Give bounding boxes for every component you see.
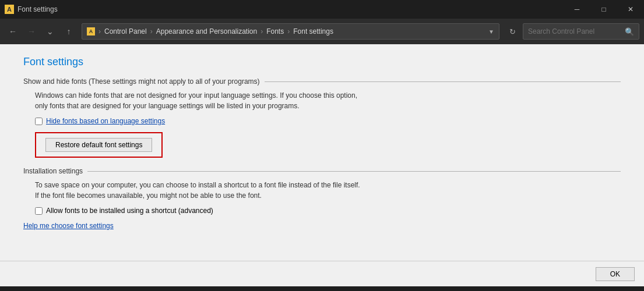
hide-fonts-row: Hide fonts based on language settings xyxy=(35,117,621,125)
back-button[interactable]: ← xyxy=(5,23,21,40)
minimize-button[interactable]: ─ xyxy=(564,0,590,19)
restore-default-button[interactable]: Restore default font settings xyxy=(45,138,152,152)
section2-line xyxy=(87,171,621,172)
recent-button[interactable]: ⌄ xyxy=(42,23,58,40)
bottom-bar: OK xyxy=(0,261,644,286)
shortcut-install-label[interactable]: Allow fonts to be installed using a shor… xyxy=(46,207,213,215)
refresh-button[interactable]: ↻ xyxy=(504,23,520,40)
breadcrumb-control-panel: Control Panel xyxy=(104,27,147,36)
window-title: Font settings xyxy=(17,5,58,13)
section2-description: To save space on your computer, you can … xyxy=(35,180,361,201)
up-button[interactable]: ↑ xyxy=(61,23,77,40)
hide-fonts-checkbox[interactable] xyxy=(35,118,43,125)
breadcrumb-fonts: Fonts xyxy=(266,27,284,36)
section1-label: Show and hide fonts (These settings migh… xyxy=(23,77,260,86)
app-icon: A xyxy=(5,5,14,14)
search-input[interactable] xyxy=(528,27,622,36)
search-icon[interactable]: 🔍 xyxy=(625,27,634,36)
title-bar: A Font settings ─ □ ✕ xyxy=(0,0,644,19)
address-icon: A xyxy=(87,27,95,36)
section1-line xyxy=(265,81,621,82)
address-dropdown-icon[interactable]: ▼ xyxy=(488,29,494,35)
main-content: Font settings Show and hide fonts (These… xyxy=(0,44,644,261)
restore-highlight-box: Restore default font settings xyxy=(35,132,163,158)
window-controls: ─ □ ✕ xyxy=(564,0,644,19)
hide-fonts-label[interactable]: Hide fonts based on language settings xyxy=(46,117,165,125)
ok-button[interactable]: OK xyxy=(596,267,635,281)
navigation-bar: ← → ⌄ ↑ A › Control Panel › Appearance a… xyxy=(0,19,644,44)
help-link[interactable]: Help me choose font settings xyxy=(23,222,621,230)
breadcrumb-font-settings: Font settings xyxy=(293,27,333,36)
search-bar: 🔍 xyxy=(523,23,639,40)
close-button[interactable]: ✕ xyxy=(617,0,644,19)
section1-header: Show and hide fonts (These settings migh… xyxy=(23,77,621,86)
section1-description: Windows can hide fonts that are not desi… xyxy=(35,90,361,111)
page-title: Font settings xyxy=(23,56,621,68)
section2-label: Installation settings xyxy=(23,167,83,175)
section2-header: Installation settings xyxy=(23,167,621,175)
maximize-button[interactable]: □ xyxy=(590,0,617,19)
shortcut-install-checkbox[interactable] xyxy=(35,207,43,215)
address-bar[interactable]: A › Control Panel › Appearance and Perso… xyxy=(82,23,499,40)
shortcut-install-row: Allow fonts to be installed using a shor… xyxy=(35,207,621,215)
forward-button[interactable]: → xyxy=(23,23,40,40)
breadcrumb-appearance: Appearance and Personalization xyxy=(156,27,257,36)
